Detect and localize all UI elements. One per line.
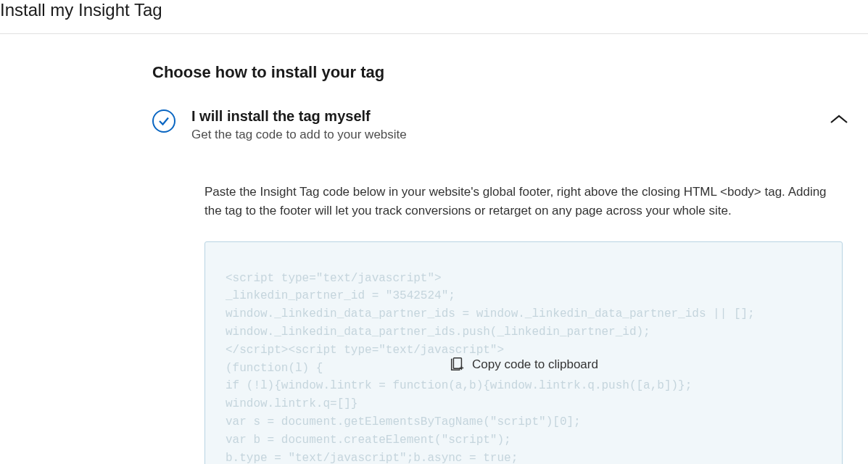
copy-code-label: Copy code to clipboard [472,357,598,372]
page-header: Install my Insight Tag [0,0,868,34]
chevron-up-icon[interactable] [830,114,848,127]
option-text: I will install the tag myself Get the ta… [191,108,856,142]
copy-code-button[interactable]: Copy code to clipboard [205,242,842,464]
main-content: Choose how to install your tag I will in… [0,34,856,464]
clipboard-icon [449,355,465,374]
option-subtitle: Get the tag code to add to your website [191,128,856,142]
check-icon [152,109,175,133]
svg-rect-0 [453,358,461,369]
install-option-self[interactable]: I will install the tag myself Get the ta… [152,108,856,142]
install-description: Paste the Insight Tag code below in your… [204,183,835,221]
page-title: Install my Insight Tag [0,0,868,20]
section-title: Choose how to install your tag [152,63,856,82]
option-title: I will install the tag myself [191,108,856,125]
code-box: <script type="text/javascript"> _linkedi… [204,241,843,464]
